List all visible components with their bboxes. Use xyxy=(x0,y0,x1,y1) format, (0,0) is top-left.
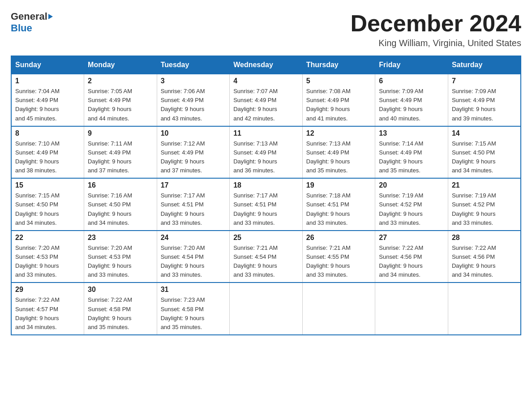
day-number: 17 xyxy=(161,181,226,189)
day-info: Sunrise: 7:15 AMSunset: 4:50 PMDaylight:… xyxy=(452,139,517,176)
day-number: 20 xyxy=(379,181,444,189)
location-text: King William, Virginia, United States xyxy=(350,38,521,48)
day-number: 30 xyxy=(88,286,153,294)
calendar-cell: 20Sunrise: 7:19 AMSunset: 4:52 PMDayligh… xyxy=(375,178,448,231)
day-info: Sunrise: 7:23 AMSunset: 4:58 PMDaylight:… xyxy=(161,295,226,332)
day-number: 23 xyxy=(88,234,153,242)
calendar-cell: 27Sunrise: 7:22 AMSunset: 4:56 PMDayligh… xyxy=(375,231,448,283)
day-number: 4 xyxy=(233,77,299,85)
day-info: Sunrise: 7:09 AMSunset: 4:49 PMDaylight:… xyxy=(452,87,517,123)
calendar-cell: 4Sunrise: 7:07 AMSunset: 4:49 PMDaylight… xyxy=(230,74,303,126)
calendar-cell: 21Sunrise: 7:19 AMSunset: 4:52 PMDayligh… xyxy=(448,178,521,231)
calendar-cell: 15Sunrise: 7:15 AMSunset: 4:50 PMDayligh… xyxy=(11,178,84,231)
calendar-cell: 8Sunrise: 7:10 AMSunset: 4:49 PMDaylight… xyxy=(11,126,84,179)
day-info: Sunrise: 7:04 AMSunset: 4:49 PMDaylight:… xyxy=(15,87,80,123)
calendar-cell: 18Sunrise: 7:17 AMSunset: 4:51 PMDayligh… xyxy=(230,178,303,231)
day-number: 5 xyxy=(306,77,372,85)
day-number: 16 xyxy=(88,181,153,189)
calendar-week-row: 1Sunrise: 7:04 AMSunset: 4:49 PMDaylight… xyxy=(11,74,521,126)
calendar-cell: 17Sunrise: 7:17 AMSunset: 4:51 PMDayligh… xyxy=(157,178,230,231)
calendar-header-tuesday: Tuesday xyxy=(157,56,230,74)
calendar-cell: 5Sunrise: 7:08 AMSunset: 4:49 PMDaylight… xyxy=(302,74,375,126)
day-number: 10 xyxy=(161,129,226,137)
calendar-table: SundayMondayTuesdayWednesdayThursdayFrid… xyxy=(11,56,521,335)
calendar-week-row: 22Sunrise: 7:20 AMSunset: 4:53 PMDayligh… xyxy=(11,231,521,283)
day-number: 31 xyxy=(161,286,226,294)
day-number: 24 xyxy=(161,234,226,242)
day-info: Sunrise: 7:15 AMSunset: 4:50 PMDaylight:… xyxy=(15,191,80,227)
calendar-cell xyxy=(448,283,521,335)
day-info: Sunrise: 7:13 AMSunset: 4:49 PMDaylight:… xyxy=(306,139,372,176)
calendar-cell: 30Sunrise: 7:22 AMSunset: 4:58 PMDayligh… xyxy=(84,283,157,335)
day-number: 2 xyxy=(88,77,153,85)
day-number: 26 xyxy=(306,234,372,242)
day-info: Sunrise: 7:07 AMSunset: 4:49 PMDaylight:… xyxy=(233,87,299,123)
day-info: Sunrise: 7:12 AMSunset: 4:49 PMDaylight:… xyxy=(161,139,226,176)
day-number: 12 xyxy=(306,129,372,137)
day-info: Sunrise: 7:05 AMSunset: 4:49 PMDaylight:… xyxy=(88,87,153,123)
calendar-header-saturday: Saturday xyxy=(448,56,521,74)
calendar-cell: 23Sunrise: 7:20 AMSunset: 4:53 PMDayligh… xyxy=(84,231,157,283)
calendar-cell: 26Sunrise: 7:21 AMSunset: 4:55 PMDayligh… xyxy=(302,231,375,283)
day-number: 1 xyxy=(15,77,80,85)
day-number: 22 xyxy=(15,234,80,242)
day-number: 8 xyxy=(15,129,80,137)
day-info: Sunrise: 7:10 AMSunset: 4:49 PMDaylight:… xyxy=(15,139,80,176)
page-header: General Blue December 2024 King William,… xyxy=(11,11,521,48)
day-number: 28 xyxy=(452,234,517,242)
day-number: 25 xyxy=(233,234,299,242)
day-number: 29 xyxy=(15,286,80,294)
day-number: 7 xyxy=(452,77,517,85)
calendar-week-row: 29Sunrise: 7:22 AMSunset: 4:57 PMDayligh… xyxy=(11,283,521,335)
calendar-cell: 6Sunrise: 7:09 AMSunset: 4:49 PMDaylight… xyxy=(375,74,448,126)
day-info: Sunrise: 7:22 AMSunset: 4:56 PMDaylight:… xyxy=(452,244,517,280)
day-info: Sunrise: 7:18 AMSunset: 4:51 PMDaylight:… xyxy=(306,191,372,227)
calendar-cell: 10Sunrise: 7:12 AMSunset: 4:49 PMDayligh… xyxy=(157,126,230,179)
day-info: Sunrise: 7:17 AMSunset: 4:51 PMDaylight:… xyxy=(233,191,299,227)
day-info: Sunrise: 7:17 AMSunset: 4:51 PMDaylight:… xyxy=(161,191,226,227)
day-info: Sunrise: 7:16 AMSunset: 4:50 PMDaylight:… xyxy=(88,191,153,227)
day-number: 6 xyxy=(379,77,444,85)
day-info: Sunrise: 7:09 AMSunset: 4:49 PMDaylight:… xyxy=(379,87,444,123)
calendar-cell: 25Sunrise: 7:21 AMSunset: 4:54 PMDayligh… xyxy=(230,231,303,283)
day-info: Sunrise: 7:20 AMSunset: 4:53 PMDaylight:… xyxy=(15,244,80,280)
day-info: Sunrise: 7:08 AMSunset: 4:49 PMDaylight:… xyxy=(306,87,372,123)
day-number: 15 xyxy=(15,181,80,189)
day-number: 18 xyxy=(233,181,299,189)
day-info: Sunrise: 7:22 AMSunset: 4:56 PMDaylight:… xyxy=(379,244,444,280)
calendar-header-friday: Friday xyxy=(375,56,448,74)
day-info: Sunrise: 7:22 AMSunset: 4:57 PMDaylight:… xyxy=(15,295,80,332)
day-info: Sunrise: 7:19 AMSunset: 4:52 PMDaylight:… xyxy=(379,191,444,227)
calendar-cell: 28Sunrise: 7:22 AMSunset: 4:56 PMDayligh… xyxy=(448,231,521,283)
calendar-cell: 16Sunrise: 7:16 AMSunset: 4:50 PMDayligh… xyxy=(84,178,157,231)
day-number: 21 xyxy=(452,181,517,189)
day-info: Sunrise: 7:19 AMSunset: 4:52 PMDaylight:… xyxy=(452,191,517,227)
calendar-cell: 19Sunrise: 7:18 AMSunset: 4:51 PMDayligh… xyxy=(302,178,375,231)
calendar-cell: 9Sunrise: 7:11 AMSunset: 4:49 PMDaylight… xyxy=(84,126,157,179)
day-number: 14 xyxy=(452,129,517,137)
month-title: December 2024 xyxy=(350,11,521,36)
calendar-cell: 12Sunrise: 7:13 AMSunset: 4:49 PMDayligh… xyxy=(302,126,375,179)
calendar-week-row: 8Sunrise: 7:10 AMSunset: 4:49 PMDaylight… xyxy=(11,126,521,179)
calendar-cell xyxy=(302,283,375,335)
day-info: Sunrise: 7:20 AMSunset: 4:54 PMDaylight:… xyxy=(161,244,226,280)
calendar-cell: 22Sunrise: 7:20 AMSunset: 4:53 PMDayligh… xyxy=(11,231,84,283)
calendar-cell xyxy=(375,283,448,335)
day-number: 13 xyxy=(379,129,444,137)
calendar-header-monday: Monday xyxy=(84,56,157,74)
day-info: Sunrise: 7:14 AMSunset: 4:49 PMDaylight:… xyxy=(379,139,444,176)
calendar-cell: 1Sunrise: 7:04 AMSunset: 4:49 PMDaylight… xyxy=(11,74,84,126)
day-info: Sunrise: 7:13 AMSunset: 4:49 PMDaylight:… xyxy=(233,139,299,176)
logo-triangle-icon xyxy=(48,14,53,19)
day-info: Sunrise: 7:20 AMSunset: 4:53 PMDaylight:… xyxy=(88,244,153,280)
day-number: 27 xyxy=(379,234,444,242)
day-info: Sunrise: 7:22 AMSunset: 4:58 PMDaylight:… xyxy=(88,295,153,332)
day-info: Sunrise: 7:06 AMSunset: 4:49 PMDaylight:… xyxy=(161,87,226,123)
calendar-cell: 31Sunrise: 7:23 AMSunset: 4:58 PMDayligh… xyxy=(157,283,230,335)
logo-blue-text: Blue xyxy=(11,22,32,34)
title-section: December 2024 King William, Virginia, Un… xyxy=(350,11,521,48)
calendar-cell: 2Sunrise: 7:05 AMSunset: 4:49 PMDaylight… xyxy=(84,74,157,126)
calendar-cell: 11Sunrise: 7:13 AMSunset: 4:49 PMDayligh… xyxy=(230,126,303,179)
day-info: Sunrise: 7:11 AMSunset: 4:49 PMDaylight:… xyxy=(88,139,153,176)
day-number: 3 xyxy=(161,77,226,85)
